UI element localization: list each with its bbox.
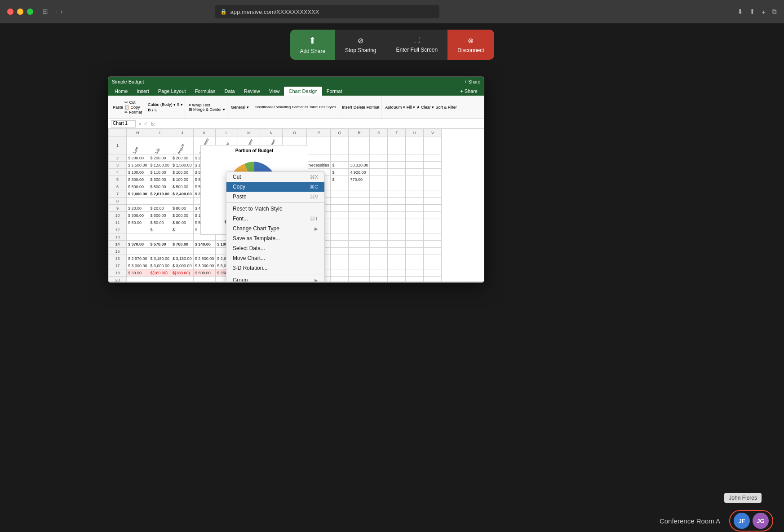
corner-header [109, 129, 127, 136]
room-label: Conference Room A [660, 517, 720, 525]
back-arrow-icon[interactable]: ‹ [55, 8, 58, 16]
ctx-reset-style[interactable]: Reset to Match Style [226, 204, 324, 214]
disconnect-icon: ⊗ [468, 36, 474, 45]
close-button[interactable] [7, 9, 13, 15]
new-tab-icon[interactable]: + [762, 8, 766, 16]
forward-arrow-icon[interactable]: › [60, 8, 62, 16]
ctx-sep-1 [226, 202, 324, 203]
avatar-jf-initials: JF [738, 518, 745, 524]
ctx-copy-shortcut: ⌘C [310, 184, 318, 190]
tab-view[interactable]: View [265, 87, 284, 96]
cell-reference[interactable]: Chart 1 [111, 120, 136, 128]
paste-button[interactable]: Paste [113, 105, 123, 110]
col-t: T [388, 129, 406, 136]
styles-group: Conditional Formatting Format as Table C… [253, 96, 339, 119]
cells-group: Insert Delete Format [340, 96, 381, 119]
tab-review[interactable]: Review [239, 87, 265, 96]
format-painter-button[interactable]: ✏ Format [124, 110, 142, 114]
ctx-copy-label: Copy [233, 184, 245, 190]
ctx-change-chart-type[interactable]: Change Chart Type ▶ [226, 224, 324, 233]
avatar-cluster: JF JG [729, 510, 773, 532]
ctx-select-data[interactable]: Select Data... [226, 243, 324, 253]
context-menu: Cut ⌘X Copy ⌘C Paste ⌘V Reset to Match S… [226, 171, 325, 281]
floating-toolbar: ⬆ Add Share ⊘ Stop Sharing ⛶ Enter Full … [290, 30, 494, 60]
ctx-3d-rotation[interactable]: 3-D Rotation... [226, 263, 324, 273]
tabs-icon[interactable]: ⧉ [772, 8, 777, 16]
ctx-move-chart-label: Move Chart... [233, 255, 265, 261]
cut-button[interactable]: ✂ Cut [124, 100, 142, 105]
ctx-cut[interactable]: Cut ⌘X [226, 172, 324, 182]
spreadsheet-area[interactable]: H I J K L M N O P Q R S T U V [108, 129, 484, 281]
ctx-cut-label: Cut [233, 174, 241, 180]
ctx-move-chart[interactable]: Move Chart... [226, 253, 324, 263]
enter-fullscreen-label: Enter Full Screen [396, 47, 438, 53]
formula-bar: Chart 1 × ✓ fx [108, 119, 484, 129]
ctx-reset-style-label: Reset to Match Style [233, 206, 283, 212]
ribbon-tabs: Home Insert Page Layout Formulas Data Re… [108, 87, 484, 96]
ctx-font-label: Font... [233, 215, 248, 222]
clipboard-group: Paste ✂ Cut 📋 Copy ✏ Format [111, 96, 144, 119]
alignment-group: ≡ Wrap Text ⊞ Merge & Center ▾ [187, 96, 228, 119]
copy-button[interactable]: 📋 Copy [124, 105, 142, 110]
tab-formulas[interactable]: Formulas [190, 87, 220, 96]
browser-chrome: ⊞ ‹ › 🔒 app.mersive.com/XXXXXXXXXXX ⬇ ⬆ … [0, 0, 784, 23]
ctx-paste-shortcut: ⌘V [310, 194, 318, 200]
tooltip-name: John Flores [729, 495, 757, 501]
bold-button[interactable]: B [148, 108, 151, 112]
col-u: U [406, 129, 424, 136]
ctx-cut-shortcut: ⌘X [310, 174, 318, 180]
traffic-lights [7, 9, 33, 15]
share-icon[interactable]: ⬆ [749, 8, 755, 16]
tab-insert[interactable]: Insert [132, 87, 154, 96]
add-share-button[interactable]: ⬆ Add Share [290, 30, 335, 60]
font-selector[interactable]: Calibri (Body) ▾ [148, 102, 176, 107]
address-bar[interactable]: 🔒 app.mersive.com/XXXXXXXXXXX [215, 5, 439, 18]
avatar-jg[interactable]: JG [753, 513, 769, 529]
sidebar-icon: ⊞ [42, 8, 48, 16]
tab-format[interactable]: Format [322, 87, 347, 96]
ctx-paste-label: Paste [233, 193, 247, 200]
tab-home[interactable]: Home [110, 87, 132, 96]
ctx-font-shortcut: ⌘T [310, 216, 318, 222]
ctx-save-template[interactable]: Save as Template... [226, 233, 324, 243]
col-q: Q [331, 129, 349, 136]
lock-icon: 🔒 [220, 9, 227, 15]
ctx-copy[interactable]: Copy ⌘C [226, 182, 324, 192]
ctx-change-chart-arrow-icon: ▶ [314, 226, 318, 231]
underline-button[interactable]: U [155, 108, 158, 112]
ctx-sep-2 [226, 274, 324, 274]
tab-data[interactable]: Data [220, 87, 239, 96]
bottom-bar: Conference Room A JF JG [0, 510, 784, 532]
disconnect-button[interactable]: ⊗ Disconnect [447, 30, 494, 60]
browser-sidebar-icon[interactable]: ⊞ [42, 8, 48, 16]
nav-arrows: ‹ › [55, 8, 63, 16]
ctx-paste[interactable]: Paste ⌘V [226, 192, 324, 202]
add-share-label: Add Share [300, 48, 325, 54]
font-size-selector[interactable]: 9 ▾ [177, 102, 183, 107]
ctx-font[interactable]: Font... ⌘T [226, 214, 324, 224]
ctx-change-chart-label: Change Chart Type [233, 225, 279, 232]
avatar-jf[interactable]: JF [734, 513, 750, 529]
horizontal-scrollbar[interactable] [108, 281, 484, 283]
tab-page-layout[interactable]: Page Layout [154, 87, 190, 96]
tab-share[interactable]: + Share [456, 87, 482, 96]
maximize-button[interactable] [27, 9, 33, 15]
tab-chart-design[interactable]: Chart Design [284, 87, 322, 96]
avatar-jg-initials: JG [757, 518, 764, 524]
ctx-select-data-label: Select Data... [233, 245, 265, 251]
minimize-button[interactable] [17, 9, 23, 15]
stop-sharing-icon: ⊘ [358, 36, 363, 45]
number-group: General ▾ [229, 96, 251, 119]
italic-button[interactable]: I [152, 108, 154, 112]
col-r: R [349, 129, 370, 136]
enter-fullscreen-button[interactable]: ⛶ Enter Full Screen [386, 30, 448, 60]
ctx-3d-rotation-label: 3-D Rotation... [233, 265, 267, 271]
browser-right-icons: ⬇ ⬆ + ⧉ [737, 8, 777, 16]
user-tooltip: John Flores [724, 493, 762, 503]
excel-title: Simple Budget [112, 79, 144, 84]
add-share-icon: ⬆ [309, 35, 316, 46]
stop-sharing-button[interactable]: ⊘ Stop Sharing [335, 30, 386, 60]
excel-share-button[interactable]: + Share [465, 79, 480, 84]
download-icon[interactable]: ⬇ [737, 8, 743, 16]
ctx-group[interactable]: Group ▶ [226, 275, 324, 281]
